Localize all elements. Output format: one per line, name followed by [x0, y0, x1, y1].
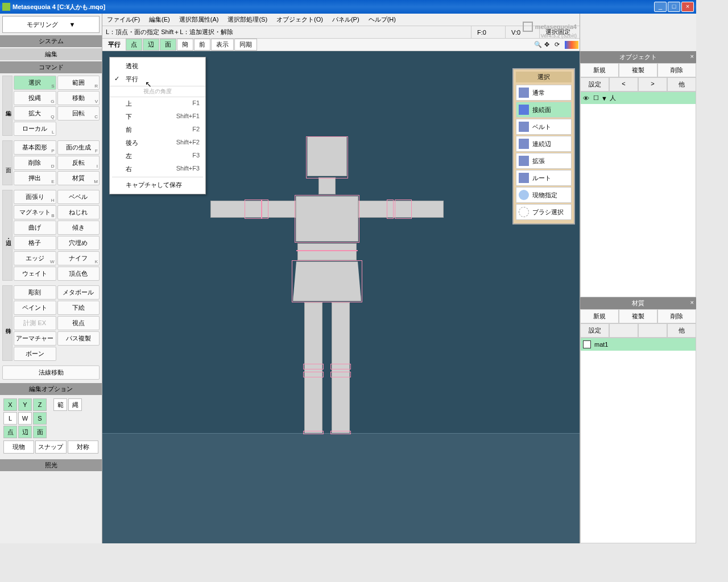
cmd-armature[interactable]: アーマチャー: [14, 331, 56, 346]
mat-dup[interactable]: 複製: [619, 309, 657, 323]
mat-other[interactable]: 他: [667, 323, 696, 338]
cmd-measure[interactable]: 計測 EX: [14, 316, 56, 330]
sel-expand[interactable]: 拡張: [516, 153, 572, 169]
cmd-extrude[interactable]: 押出E: [14, 171, 56, 185]
axis-z[interactable]: Z: [33, 398, 47, 411]
cmd-twist[interactable]: ねじれ: [57, 205, 100, 219]
obj-dup[interactable]: 複製: [619, 63, 657, 77]
cmd-knife[interactable]: ナイフK: [57, 251, 100, 265]
close-button[interactable]: ×: [681, 2, 694, 12]
opt-range[interactable]: 範: [53, 398, 67, 411]
cmd-vertex-color[interactable]: 頂点色: [57, 267, 100, 281]
cmd-sculpt[interactable]: 彫刻: [14, 285, 56, 300]
rotate-view-icon[interactable]: ⟳: [555, 41, 562, 49]
sel-real-pick[interactable]: 現物指定: [516, 187, 572, 203]
opt-real[interactable]: 現物: [3, 440, 34, 454]
cmd-weight[interactable]: ウェイト: [14, 267, 56, 281]
dd-view-right[interactable]: 右Shift+F3: [110, 163, 205, 176]
minimize-button[interactable]: _: [654, 2, 667, 12]
color-icon[interactable]: [565, 41, 578, 49]
cmd-tilt[interactable]: 傾き: [57, 221, 100, 235]
cmd-magnet[interactable]: マグネットB: [14, 205, 56, 219]
sel-brush[interactable]: ブラシ選択: [516, 204, 572, 220]
mat-del[interactable]: 削除: [657, 309, 696, 323]
menu-sel-proc[interactable]: 選択部処理(S): [223, 15, 272, 24]
menu-file[interactable]: ファイル(F): [102, 15, 144, 24]
axis-x[interactable]: X: [3, 398, 17, 411]
dd-view-top[interactable]: 上F1: [110, 97, 205, 110]
object-list[interactable]: 👁 ☐ ▼ 人: [580, 92, 696, 297]
cmd-primitive[interactable]: 基本図形P: [14, 140, 56, 155]
axis-y[interactable]: Y: [18, 398, 32, 411]
mode-dropdown[interactable]: モデリング ▼: [2, 16, 100, 33]
menu-help[interactable]: ヘルプ(H): [364, 15, 400, 24]
material-row[interactable]: mat1: [581, 338, 696, 351]
view-tab-front[interactable]: 前: [194, 39, 210, 51]
cmd-lasso[interactable]: 投縄G: [14, 91, 56, 105]
projection-dropdown[interactable]: 透視 ✓平行 視点の角度 上F1 下Shift+F1 前F2 後ろShift+F…: [109, 57, 206, 194]
chevron-down-icon[interactable]: ▼: [601, 95, 607, 102]
dd-view-front[interactable]: 前F2: [110, 123, 205, 136]
cmd-local[interactable]: ローカルL: [14, 122, 56, 136]
obj-next[interactable]: >: [638, 77, 667, 92]
cmd-move[interactable]: 移動V: [57, 91, 100, 105]
cmd-select[interactable]: 選択S: [14, 76, 56, 90]
obj-prev[interactable]: <: [609, 77, 638, 92]
sel-connected[interactable]: 接続面: [516, 102, 572, 118]
sel-belt[interactable]: ベルト: [516, 119, 572, 135]
opt-w[interactable]: W: [18, 412, 32, 425]
view-tab-point[interactable]: 点: [126, 39, 142, 51]
cmd-material[interactable]: 材質M: [57, 171, 100, 185]
material-list[interactable]: mat1: [580, 338, 696, 543]
opt-l[interactable]: L: [3, 412, 17, 425]
view-tab-face[interactable]: 面: [160, 39, 176, 51]
object-row[interactable]: 👁 ☐ ▼ 人: [581, 92, 696, 104]
pan-icon[interactable]: ✥: [544, 41, 552, 49]
cmd-flip[interactable]: 反転I: [57, 156, 100, 170]
menu-panel[interactable]: パネル(P): [328, 15, 364, 24]
menu-object[interactable]: オブジェクト(O): [272, 15, 328, 24]
obj-new[interactable]: 新規: [580, 63, 619, 77]
opt-edge[interactable]: 辺: [18, 426, 32, 438]
lighting-header[interactable]: 照光: [0, 459, 102, 471]
lock-icon[interactable]: ☐: [593, 94, 599, 102]
view-projection-label[interactable]: 平行: [104, 39, 125, 50]
dd-view-left[interactable]: 左F3: [110, 149, 205, 163]
cmd-paint[interactable]: ペイント: [14, 301, 56, 315]
cmd-background[interactable]: 下絵: [57, 301, 100, 315]
view-tab-edge[interactable]: 辺: [143, 39, 159, 51]
cmd-delete[interactable]: 削除D: [14, 156, 56, 170]
cmd-lattice[interactable]: 格子: [14, 236, 56, 250]
menu-edit[interactable]: 編集(E): [144, 15, 175, 24]
sel-loop-edge[interactable]: 連続辺: [516, 136, 572, 152]
system-header[interactable]: システム: [0, 35, 102, 47]
obj-other[interactable]: 他: [667, 77, 696, 92]
cmd-bone[interactable]: ボーン: [14, 347, 56, 361]
cmd-fill-hole[interactable]: 穴埋め: [57, 236, 100, 250]
mat-new[interactable]: 新規: [580, 309, 619, 323]
view-tab-simple[interactable]: 簡: [177, 39, 193, 51]
dd-view-back[interactable]: 後ろShift+F2: [110, 136, 205, 149]
maximize-button[interactable]: □: [668, 2, 680, 12]
mat-settings[interactable]: 設定: [580, 323, 609, 338]
opt-face[interactable]: 面: [33, 426, 47, 438]
cmd-edge[interactable]: エッジW: [14, 251, 56, 265]
obj-del[interactable]: 削除: [657, 63, 696, 77]
cmd-rotate[interactable]: 回転C: [57, 106, 100, 120]
normal-move-button[interactable]: 法線移動: [2, 365, 100, 380]
edit-header[interactable]: 編集: [0, 48, 102, 60]
dd-perspective[interactable]: 透視: [110, 60, 205, 73]
cmd-viewpoint[interactable]: 視点: [57, 316, 100, 330]
visibility-icon[interactable]: 👁: [583, 95, 591, 102]
zoom-icon[interactable]: 🔍: [534, 41, 542, 49]
obj-settings[interactable]: 設定: [580, 77, 609, 92]
cmd-metaball[interactable]: メタボール: [57, 285, 100, 300]
view-tab-display[interactable]: 表示: [211, 39, 234, 51]
dd-capture[interactable]: キャプチャして保存: [110, 178, 205, 192]
menu-sel-attr[interactable]: 選択部属性(A): [175, 15, 224, 24]
opt-mirror[interactable]: 対称: [68, 440, 98, 454]
cmd-bevel[interactable]: ベベル: [57, 190, 100, 204]
opt-rope[interactable]: 縄: [68, 398, 82, 411]
cmd-bend[interactable]: 曲げ: [14, 221, 56, 235]
sel-normal[interactable]: 通常: [516, 85, 572, 101]
